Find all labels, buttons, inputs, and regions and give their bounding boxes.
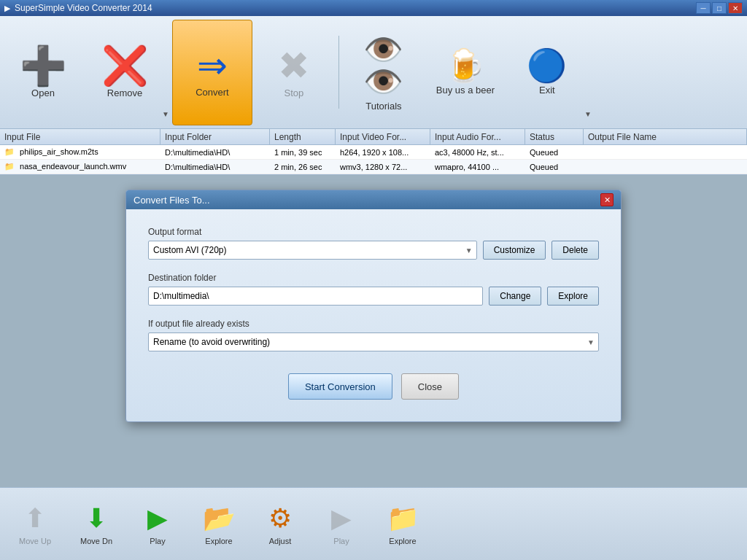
file-folder-1: D:\multimedia\HD\ (160, 148, 270, 157)
stop-icon: ✖ (278, 47, 310, 85)
stop-button[interactable]: ✖ Stop (254, 20, 334, 125)
convert-button[interactable]: ⇒ Convert (172, 20, 252, 125)
explore-button-1[interactable]: 📂 Explore (190, 492, 248, 556)
file-audio-1: ac3, 48000 Hz, st... (430, 148, 525, 157)
play-icon-1: ▶ (147, 503, 168, 534)
header-input-video: Input Video For... (336, 129, 430, 144)
beer-label: Buy us a beer (436, 85, 495, 96)
close-window-button[interactable]: ✕ (728, 2, 743, 14)
bottom-toolbar: ⬆ Move Up ⬇ Move Dn ▶ Play 📂 Explore ⚙ A… (0, 487, 747, 560)
destination-folder-input[interactable] (148, 287, 483, 306)
beer-icon: 🍺 (445, 50, 485, 82)
exit-button[interactable]: 🔵 Exit (507, 20, 587, 125)
move-down-label: Move Dn (80, 537, 112, 545)
exit-icon: 🔵 (527, 50, 567, 82)
convert-label: Convert (196, 87, 229, 98)
stop-label: Stop (285, 88, 304, 98)
filelist-rows: 📁 philips_air_show.m2ts D:\multimedia\HD… (0, 145, 747, 174)
plus-icon: ➕ (20, 47, 67, 85)
play-button-1[interactable]: ▶ Play (128, 492, 187, 556)
output-format-select[interactable]: Custom AVI (720p) MP4 (720p) MP4 (1080p)… (148, 241, 477, 260)
dialog-close-button[interactable]: ✕ (600, 193, 614, 206)
move-up-button[interactable]: ⬆ Move Up (6, 492, 64, 556)
explore-icon-1: 📂 (203, 503, 236, 534)
delete-format-button[interactable]: Delete (551, 241, 599, 260)
tutorials-label: Tutorials (365, 101, 401, 112)
dialog-overlay: Convert Files To... ✕ Output format Cust… (0, 175, 747, 487)
exit-dropdown-arrow[interactable]: ▼ (583, 109, 593, 120)
open-button[interactable]: ➕ Open (3, 20, 83, 125)
convert-icon: ⇒ (197, 47, 228, 84)
remove-dropdown-arrow[interactable]: ▼ (160, 109, 171, 120)
move-down-icon: ⬇ (85, 503, 107, 534)
file-folder-2: D:\multimedia\HD\ (160, 163, 270, 171)
file-name-2: 📁 nasa_endeavour_launch.wmv (0, 162, 160, 171)
file-video-1: h264, 1920 x 108... (336, 148, 430, 157)
explore-folder-button[interactable]: Explore (547, 287, 599, 306)
app-title: SuperSimple Video Converter 2014 (15, 3, 696, 13)
if-exists-group: If output file already exists Rename (to… (148, 319, 599, 351)
title-icon: ▶ (4, 4, 10, 13)
table-row[interactable]: 📁 philips_air_show.m2ts D:\multimedia\HD… (0, 145, 747, 160)
header-input-audio: Input Audio For... (430, 129, 525, 144)
minimize-button[interactable]: ─ (696, 2, 711, 14)
file-name-1: 📁 philips_air_show.m2ts (0, 147, 160, 157)
if-exists-row: Rename (to avoid overwriting) Overwrite … (148, 332, 599, 351)
filelist-header: Input File Input Folder Length Input Vid… (0, 129, 747, 145)
change-folder-button[interactable]: Change (489, 287, 541, 306)
remove-icon: ❌ (101, 47, 149, 85)
open-label: Open (31, 88, 55, 98)
output-format-label: Output format (148, 227, 599, 237)
tutorials-icon: 👁️👁️ (349, 34, 419, 98)
header-input-file: Input File (0, 129, 160, 144)
adjust-button[interactable]: ⚙ Adjust (251, 492, 309, 556)
play-icon-2: ▶ (331, 503, 352, 534)
if-exists-select-wrapper: Rename (to avoid overwriting) Overwrite … (148, 332, 599, 351)
tutorials-button[interactable]: 👁️👁️ Tutorials (344, 20, 424, 125)
dialog-titlebar: Convert Files To... ✕ (126, 190, 621, 209)
play-button-2[interactable]: ▶ Play (312, 492, 371, 556)
file-length-1: 1 min, 39 sec (270, 148, 336, 157)
file-status-1: Queued (525, 148, 584, 157)
header-input-folder: Input Folder (160, 129, 270, 144)
remove-label: Remove (107, 88, 142, 98)
move-down-button[interactable]: ⬇ Move Dn (67, 492, 125, 556)
header-output: Output File Name (584, 129, 747, 144)
dialog-footer: Start Conversion Close (148, 373, 599, 400)
destination-folder-label: Destination folder (148, 273, 599, 283)
file-icon-1: 📁 (4, 147, 15, 156)
header-status: Status (525, 129, 584, 144)
exit-label: Exit (539, 85, 555, 96)
explore-label-2: Explore (389, 537, 416, 545)
remove-button[interactable]: ❌ Remove (85, 20, 165, 125)
separator-1 (338, 36, 339, 109)
output-format-group: Output format Custom AVI (720p) MP4 (720… (148, 227, 599, 260)
file-length-2: 2 min, 26 sec (270, 163, 336, 171)
explore-label-1: Explore (205, 537, 232, 545)
play-label-2: Play (333, 537, 349, 545)
explore-button-2[interactable]: 📁 Explore (374, 492, 432, 556)
maximize-button[interactable]: □ (712, 2, 727, 14)
window-controls: ─ □ ✕ (696, 2, 743, 14)
move-up-label: Move Up (19, 537, 51, 545)
explore-icon-2: 📁 (387, 503, 419, 534)
dialog-title: Convert Files To... (133, 195, 210, 206)
main-content: Convert Files To... ✕ Output format Cust… (0, 175, 747, 487)
file-audio-2: wmapro, 44100 ... (430, 163, 525, 171)
filelist-area: Input File Input Folder Length Input Vid… (0, 129, 747, 175)
output-format-select-wrapper: Custom AVI (720p) MP4 (720p) MP4 (1080p)… (148, 241, 477, 260)
table-row[interactable]: 📁 nasa_endeavour_launch.wmv D:\multimedi… (0, 160, 747, 174)
adjust-label: Adjust (269, 537, 292, 545)
close-dialog-button[interactable]: Close (401, 373, 459, 400)
beer-button[interactable]: 🍺 Buy us a beer (425, 20, 506, 125)
if-exists-select[interactable]: Rename (to avoid overwriting) Overwrite … (148, 332, 599, 351)
play-label-1: Play (150, 537, 165, 545)
header-length: Length (270, 129, 336, 144)
start-conversion-button[interactable]: Start Conversion (288, 373, 392, 400)
file-icon-2: 📁 (4, 162, 15, 171)
move-up-icon: ⬆ (24, 503, 46, 534)
file-status-2: Queued (525, 163, 584, 171)
convert-dialog: Convert Files To... ✕ Output format Cust… (125, 190, 622, 422)
customize-button[interactable]: Customize (483, 241, 546, 260)
destination-folder-group: Destination folder Change Explore (148, 273, 599, 306)
